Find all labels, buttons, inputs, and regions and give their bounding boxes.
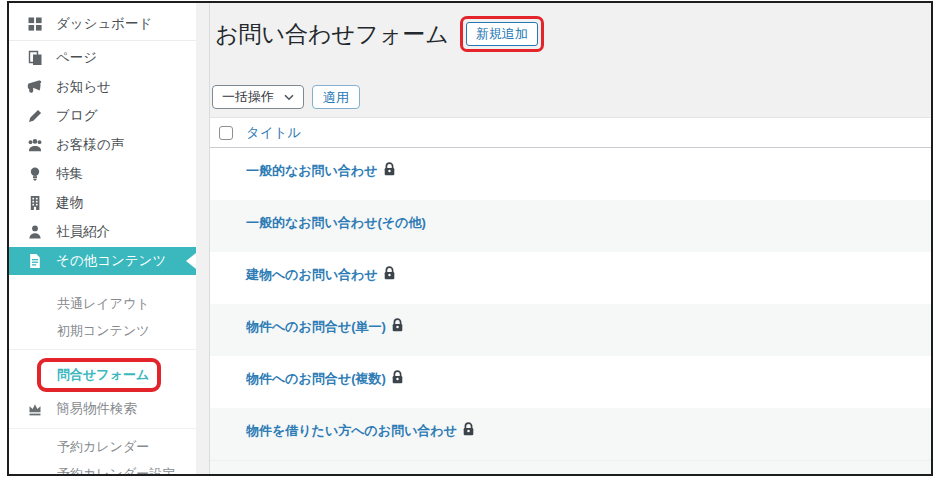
sidebar-item-property-search[interactable]: 簡易物件検索: [9, 394, 196, 423]
red-highlight-box-menu: 問合せフォーム: [37, 358, 161, 392]
table-row: 物件を借りたい方へのお問い合わせ: [210, 408, 931, 460]
sidebar-item-label: ブログ: [56, 107, 97, 125]
table-body: 一般的なお問い合わせ 一般的なお問い合わせ(その他) 建物へのお問い合わせ: [210, 148, 931, 460]
column-header-title[interactable]: タイトル: [246, 124, 301, 142]
submenu-item-label: 予約カレンダー設定: [57, 465, 175, 475]
submenu-item-inquiry-form[interactable]: 問合せフォーム: [57, 366, 157, 384]
sidebar-item-label: ページ: [56, 49, 97, 67]
page-title: お問い合わせフォーム: [215, 19, 449, 49]
document-icon: [27, 253, 43, 269]
lock-icon: [462, 422, 475, 439]
form-title-link[interactable]: 建物へのお問い合わせ: [246, 266, 396, 284]
sidebar-item-features[interactable]: 特集: [9, 159, 196, 188]
pencil-icon: [27, 108, 43, 124]
sidebar-submenu-other-contents: 共通レイアウト 初期コンテンツ 問合せフォーム 簡易物件検索 予約カレンダー 予…: [9, 275, 196, 474]
form-title-text: 物件へのお問合せ(複数): [246, 370, 386, 388]
form-title-text: 建物へのお問い合わせ: [246, 266, 378, 284]
form-title-link[interactable]: 一般的なお問い合わせ: [246, 162, 396, 180]
megaphone-icon: [27, 79, 43, 95]
sidebar-item-blog[interactable]: ブログ: [9, 101, 196, 130]
submenu-item-label: 予約カレンダー: [57, 438, 149, 456]
submenu-item-common-layout[interactable]: 共通レイアウト: [9, 290, 196, 317]
bulk-action-select[interactable]: 一括操作: [212, 85, 304, 109]
sidebar-item-news[interactable]: お知らせ: [9, 72, 196, 101]
sidebar-item-pages[interactable]: ページ: [9, 43, 196, 72]
apply-button[interactable]: 適用: [312, 85, 360, 109]
select-all-checkbox[interactable]: [219, 126, 233, 140]
building-icon: [27, 195, 43, 211]
sidebar-item-dashboard[interactable]: ダッシュボード: [9, 9, 196, 38]
lock-icon: [391, 318, 404, 335]
sidebar-divider: [9, 40, 196, 41]
submenu-item-label: 共通レイアウト: [57, 295, 150, 313]
lock-icon: [391, 370, 404, 387]
table-row: 一般的なお問い合わせ: [210, 148, 931, 200]
sidebar-item-label: 特集: [56, 165, 83, 183]
page-header: お問い合わせフォーム 新規追加: [210, 3, 931, 52]
sidebar-item-label: 社員紹介: [56, 223, 110, 241]
sidebar-item-testimonials[interactable]: お客様の声: [9, 130, 196, 159]
form-title-link[interactable]: 物件へのお問合せ(複数): [246, 370, 404, 388]
crown-icon: [27, 401, 43, 417]
form-title-text: 一般的なお問い合わせ(その他): [246, 214, 426, 232]
submenu-item-reservation-calendar[interactable]: 予約カレンダー: [9, 433, 196, 460]
form-title-link[interactable]: 物件を借りたい方へのお問い合わせ: [246, 422, 475, 440]
sidebar-content-gap: [196, 3, 209, 474]
sidebar-item-label: その他コンテンツ: [56, 252, 166, 270]
sidebar-item-label: お知らせ: [56, 78, 111, 96]
table-row: 物件へのお問合せ(単一): [210, 304, 931, 356]
sidebar-item-other-contents[interactable]: その他コンテンツ: [9, 247, 196, 275]
form-title-link[interactable]: 物件へのお問合せ(単一): [246, 318, 404, 336]
add-new-button[interactable]: 新規追加: [466, 22, 538, 46]
sidebar: ダッシュボード ページ お知らせ ブログ お客様の声: [9, 3, 196, 474]
person-icon: [27, 224, 43, 240]
sidebar-item-buildings[interactable]: 建物: [9, 188, 196, 217]
lock-icon: [383, 266, 396, 283]
table-row-partial: [210, 460, 931, 474]
sidebar-item-label: ダッシュボード: [56, 15, 152, 33]
dashboard-icon: [27, 16, 43, 32]
table-header-row: タイトル: [210, 118, 931, 148]
form-title-text: 物件を借りたい方へのお問い合わせ: [246, 422, 457, 440]
bulk-actions-bar: 一括操作 適用: [212, 85, 931, 109]
table-row: 一般的なお問い合わせ(その他): [210, 200, 931, 252]
sidebar-item-label: 建物: [56, 194, 83, 212]
sidebar-item-label: 簡易物件検索: [56, 400, 137, 418]
lock-icon: [383, 162, 396, 179]
app-window: ダッシュボード ページ お知らせ ブログ お客様の声: [7, 1, 933, 476]
form-title-text: 一般的なお問い合わせ: [246, 162, 378, 180]
table-row: 建物へのお問い合わせ: [210, 252, 931, 304]
table-row: 物件へのお問合せ(複数): [210, 356, 931, 408]
form-title-link[interactable]: 一般的なお問い合わせ(その他): [246, 214, 426, 232]
sidebar-item-label: お客様の声: [56, 136, 124, 154]
red-highlight-box-button: 新規追加: [460, 16, 544, 52]
forms-list-table: タイトル 一般的なお問い合わせ 一般的なお問い合わせ(その他): [210, 117, 931, 474]
submenu-divider: [9, 428, 196, 429]
pages-icon: [27, 50, 43, 66]
bulk-action-selected-value: 一括操作: [222, 88, 274, 106]
submenu-item-reservation-calendar-settings[interactable]: 予約カレンダー設定: [9, 460, 196, 474]
lightbulb-icon: [27, 166, 43, 182]
sidebar-item-staff[interactable]: 社員紹介: [9, 217, 196, 246]
submenu-item-initial-contents[interactable]: 初期コンテンツ: [9, 317, 196, 344]
form-title-text: 物件へのお問合せ(単一): [246, 318, 386, 336]
main-content: お問い合わせフォーム 新規追加 一括操作 適用 タイトル: [209, 3, 931, 474]
people-icon: [27, 137, 43, 153]
submenu-divider: [9, 349, 196, 350]
chevron-down-icon: [284, 94, 294, 101]
submenu-item-label: 初期コンテンツ: [57, 322, 150, 340]
